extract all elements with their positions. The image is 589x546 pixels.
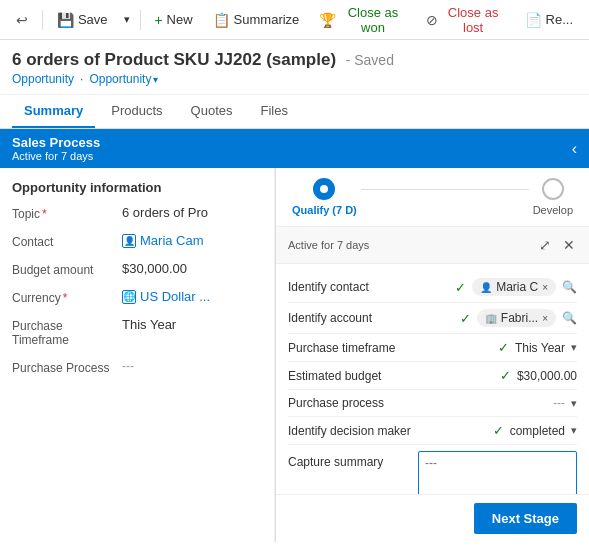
- check-icon-decision-maker: ✓: [493, 423, 504, 438]
- chip-contact-search-icon[interactable]: 🔍: [562, 280, 577, 294]
- breadcrumb-link-1[interactable]: Opportunity: [12, 72, 74, 86]
- checklist-item-identify-contact: Identify contact ✓ 👤 Maria C × 🔍: [288, 272, 577, 303]
- stage-develop: Develop: [533, 178, 573, 216]
- stage-circle-qualify: [313, 178, 335, 200]
- currency-icon: 🌐: [122, 290, 136, 304]
- field-label-budget: Budget amount: [12, 261, 122, 277]
- value-purchase-timeframe: This Year: [515, 341, 565, 355]
- checklist-item-capture-summary: Capture summary: [288, 445, 577, 494]
- summarize-button[interactable]: 📋 Summarize: [205, 8, 308, 32]
- chip-contact[interactable]: 👤 Maria C ×: [472, 278, 556, 296]
- close-won-button[interactable]: 🏆 Close as won: [311, 1, 413, 39]
- tab-files[interactable]: Files: [248, 95, 299, 128]
- stage-line: [361, 189, 529, 190]
- sales-process-subtitle: Active for 7 days: [12, 150, 100, 162]
- capture-summary-textarea[interactable]: [418, 451, 577, 494]
- checklist-item-purchase-timeframe: Purchase timeframe ✓ This Year ▾: [288, 334, 577, 362]
- value-purchase-process: ---: [553, 396, 565, 410]
- checklist-label-decision-maker: Identify decision maker: [288, 424, 418, 438]
- flyout-expand-button[interactable]: ⤢: [537, 235, 553, 255]
- rec-label: Re...: [546, 12, 573, 27]
- save-button[interactable]: 💾 Save: [49, 8, 116, 32]
- flyout-footer: Next Stage: [276, 494, 589, 542]
- checklist-label-identify-contact: Identify contact: [288, 280, 418, 294]
- plus-icon: +: [154, 12, 162, 28]
- page-title: 6 orders of Product SKU JJ202 (sample) -…: [12, 50, 577, 70]
- rec-icon: 📄: [525, 12, 542, 28]
- currency-link[interactable]: 🌐 US Dollar ...: [122, 289, 262, 304]
- stage-label-qualify: Qualify (7 D): [292, 204, 357, 216]
- checklist-label-purchase-timeframe: Purchase timeframe: [288, 341, 418, 355]
- chip-account-label: Fabri...: [501, 311, 538, 325]
- field-value-purchase-timeframe: This Year: [122, 317, 262, 332]
- chip-contact-remove[interactable]: ×: [542, 282, 548, 293]
- field-value-topic: 6 orders of Pro: [122, 205, 262, 220]
- sales-process-collapse-button[interactable]: ‹: [572, 140, 577, 158]
- field-label-currency: Currency*: [12, 289, 122, 305]
- contact-icon: 👤: [122, 234, 136, 248]
- new-button[interactable]: + New: [146, 8, 200, 32]
- close-won-icon: 🏆: [319, 12, 336, 28]
- chip-contact-label: Maria C: [496, 280, 538, 294]
- breadcrumb: Opportunity · Opportunity ▾: [12, 72, 577, 86]
- field-label-topic: Topic*: [12, 205, 122, 221]
- new-label: New: [167, 12, 193, 27]
- chip-account-search-icon[interactable]: 🔍: [562, 311, 577, 325]
- sales-process-title: Sales Process: [12, 135, 100, 150]
- dropdown-decision-maker[interactable]: ▾: [571, 424, 577, 437]
- check-icon-estimated-budget: ✓: [500, 368, 511, 383]
- toolbar: ↩ 💾 Save ▾ + New 📋 Summarize 🏆 Close as …: [0, 0, 589, 40]
- chip-account[interactable]: 🏢 Fabri... ×: [477, 309, 556, 327]
- check-icon-purchase-timeframe: ✓: [498, 340, 509, 355]
- tabs: Summary Products Quotes Files: [0, 95, 589, 128]
- close-won-label: Close as won: [340, 5, 405, 35]
- back-button[interactable]: ↩: [8, 8, 36, 32]
- checklist-item-decision-maker: Identify decision maker ✓ completed ▾: [288, 417, 577, 445]
- close-lost-button[interactable]: ⊘ Close as lost: [418, 1, 513, 39]
- close-lost-label: Close as lost: [442, 5, 505, 35]
- value-estimated-budget: $30,000.00: [517, 369, 577, 383]
- save-icon: 💾: [57, 12, 74, 28]
- flyout-actions: ⤢ ✕: [537, 235, 577, 255]
- more-button[interactable]: 📄 Re...: [517, 8, 581, 32]
- checklist: Identify contact ✓ 👤 Maria C × 🔍 Identif…: [276, 264, 589, 494]
- checklist-item-estimated-budget: Estimated budget ✓ $30,000.00: [288, 362, 577, 390]
- field-label-contact: Contact: [12, 233, 122, 249]
- field-value-budget: $30,000.00: [122, 261, 262, 276]
- dropdown-purchase-timeframe[interactable]: ▾: [571, 341, 577, 354]
- main-content: Opportunity information Topic* 6 orders …: [0, 168, 589, 542]
- field-value-currency: 🌐 US Dollar ...: [122, 289, 262, 304]
- field-contact: Contact 👤 Maria Cam: [12, 233, 262, 249]
- save-label: Save: [78, 12, 108, 27]
- chip-account-remove[interactable]: ×: [542, 313, 548, 324]
- left-panel: Opportunity information Topic* 6 orders …: [0, 168, 275, 542]
- checklist-label-identify-account: Identify account: [288, 311, 418, 325]
- tab-quotes[interactable]: Quotes: [179, 95, 245, 128]
- contact-link[interactable]: 👤 Maria Cam: [122, 233, 262, 248]
- toolbar-divider-2: [140, 10, 141, 30]
- field-label-purchase-timeframe: Purchase Timeframe: [12, 317, 122, 347]
- back-icon: ↩: [16, 12, 28, 28]
- tab-summary[interactable]: Summary: [12, 95, 95, 128]
- save-dropdown-button[interactable]: ▾: [120, 9, 134, 30]
- flyout-close-button[interactable]: ✕: [561, 235, 577, 255]
- summarize-label: Summarize: [234, 12, 300, 27]
- stage-progress: Qualify (7 D) Develop: [276, 168, 589, 227]
- next-stage-button[interactable]: Next Stage: [474, 503, 577, 534]
- check-icon-identify-account: ✓: [460, 311, 471, 326]
- breadcrumb-link-2[interactable]: Opportunity ▾: [89, 72, 158, 86]
- checklist-item-purchase-process: Purchase process --- ▾: [288, 390, 577, 417]
- dropdown-purchase-process[interactable]: ▾: [571, 397, 577, 410]
- chevron-down-icon: ▾: [124, 13, 130, 26]
- stage-circle-develop: [542, 178, 564, 200]
- field-label-purchase-process: Purchase Process: [12, 359, 122, 375]
- field-currency: Currency* 🌐 US Dollar ...: [12, 289, 262, 305]
- sales-process-bar: Sales Process Active for 7 days ‹: [0, 129, 589, 168]
- toolbar-divider-1: [42, 10, 43, 30]
- stage-qualify: Qualify (7 D): [292, 178, 357, 216]
- field-topic: Topic* 6 orders of Pro: [12, 205, 262, 221]
- page-header: 6 orders of Product SKU JJ202 (sample) -…: [0, 40, 589, 95]
- section-title: Opportunity information: [12, 180, 262, 195]
- saved-label: - Saved: [346, 52, 394, 68]
- tab-products[interactable]: Products: [99, 95, 174, 128]
